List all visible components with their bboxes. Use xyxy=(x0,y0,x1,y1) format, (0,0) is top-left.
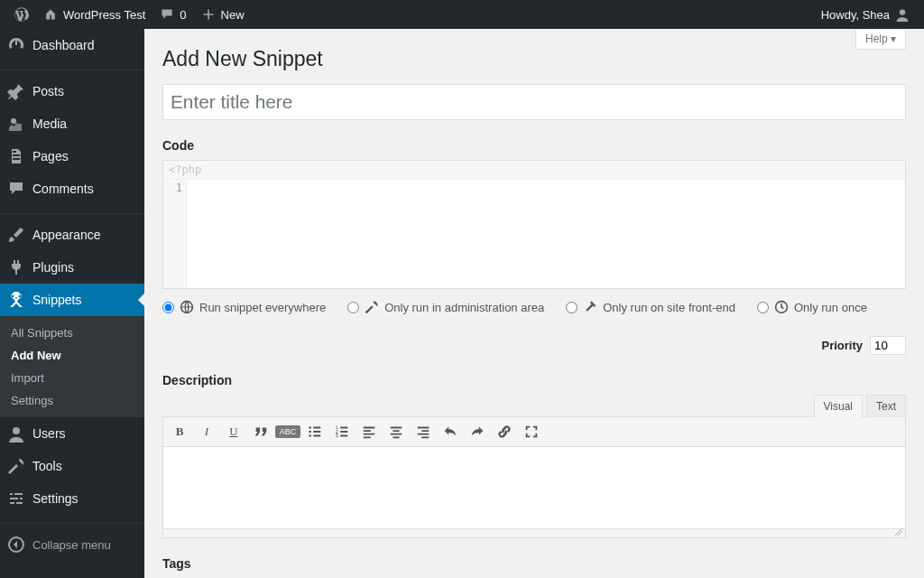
menu-plugins[interactable]: Plugins xyxy=(0,251,144,284)
comments-link[interactable]: 0 xyxy=(152,0,193,29)
site-name: WordPress Test xyxy=(63,8,145,22)
menu-appearance[interactable]: Appearance xyxy=(0,219,144,251)
clock-icon xyxy=(774,300,789,314)
wordpress-icon xyxy=(14,7,29,22)
menu-label: Media xyxy=(32,117,67,131)
page-title: Add New Snippet xyxy=(162,47,906,71)
undo-icon xyxy=(442,424,458,440)
user-icon xyxy=(7,424,25,443)
admin-menu: Dashboard Posts Media Pages Comments App… xyxy=(0,29,144,578)
code-gutter: 1 xyxy=(163,180,187,288)
comment-icon xyxy=(160,7,174,22)
scope-everywhere[interactable]: Run snippet everywhere xyxy=(162,300,326,314)
tab-text[interactable]: Text xyxy=(866,395,906,417)
menu-label: Pages xyxy=(32,149,69,163)
menu-label: Appearance xyxy=(32,228,101,242)
description-editor: B I U ABC 123 xyxy=(162,416,906,538)
collapse-menu[interactable]: Collapse menu xyxy=(0,528,144,561)
collapse-label: Collapse menu xyxy=(32,538,111,552)
menu-comments[interactable]: Comments xyxy=(0,172,144,205)
bullet-list-button[interactable] xyxy=(302,419,328,444)
code-textarea[interactable] xyxy=(187,180,905,288)
comment-icon xyxy=(7,180,25,198)
snippet-title-input[interactable] xyxy=(162,84,906,120)
tab-visual[interactable]: Visual xyxy=(814,395,863,417)
scope-frontend-radio[interactable] xyxy=(566,302,578,313)
svg-point-2 xyxy=(13,427,20,434)
menu-posts[interactable]: Posts xyxy=(0,75,144,107)
menu-pages[interactable]: Pages xyxy=(0,140,144,172)
scope-label: Only run on site front-end xyxy=(603,301,735,314)
strikethrough-button[interactable]: ABC xyxy=(275,425,300,438)
wrench-icon xyxy=(7,457,25,475)
new-content-link[interactable]: New xyxy=(194,0,252,29)
account-link[interactable]: Howdy, Shea xyxy=(814,0,917,29)
scope-once[interactable]: Only run once xyxy=(757,300,867,314)
submenu-all-snippets[interactable]: All Snippets xyxy=(0,322,144,344)
hammer-icon xyxy=(583,300,597,314)
site-link[interactable]: WordPress Test xyxy=(36,0,152,29)
align-left-button[interactable] xyxy=(356,419,382,444)
align-right-button[interactable] xyxy=(411,419,436,444)
admin-bar: WordPress Test 0 New Howdy, Shea xyxy=(0,0,924,29)
scope-label: Only run once xyxy=(794,301,867,314)
pin-icon xyxy=(7,82,25,100)
redo-button[interactable] xyxy=(465,419,490,444)
comments-count: 0 xyxy=(180,8,186,22)
fullscreen-button[interactable] xyxy=(519,419,544,444)
submenu-add-new[interactable]: Add New xyxy=(0,344,144,367)
scope-row: Run snippet everywhere Only run in admin… xyxy=(162,300,906,355)
wp-logo[interactable] xyxy=(7,0,36,29)
media-icon xyxy=(7,115,25,133)
bold-button[interactable]: B xyxy=(167,419,192,444)
scope-admin[interactable]: Only run in administration area xyxy=(347,300,544,314)
italic-button[interactable]: I xyxy=(194,419,219,444)
list-ol-icon: 123 xyxy=(334,424,350,440)
quote-button[interactable] xyxy=(248,419,273,444)
list-ul-icon xyxy=(307,424,323,440)
menu-label: Tools xyxy=(32,459,62,473)
menu-label: Comments xyxy=(32,182,94,196)
scope-everywhere-radio[interactable] xyxy=(162,302,174,313)
number-list-button[interactable]: 123 xyxy=(329,419,355,444)
scope-once-radio[interactable] xyxy=(757,302,769,313)
expand-icon xyxy=(523,424,540,440)
scope-label: Run snippet everywhere xyxy=(199,301,326,314)
priority-input[interactable] xyxy=(870,336,906,355)
svg-point-8 xyxy=(309,434,311,437)
menu-snippets[interactable]: Snippets xyxy=(0,284,144,316)
help-tab[interactable]: Help xyxy=(855,29,906,50)
menu-label: Dashboard xyxy=(32,38,95,52)
editor-toolbar: B I U ABC 123 xyxy=(163,417,905,447)
scope-admin-radio[interactable] xyxy=(347,302,359,313)
plug-icon xyxy=(7,258,25,276)
menu-settings[interactable]: Settings xyxy=(0,482,144,515)
align-center-icon xyxy=(388,424,404,440)
align-center-button[interactable] xyxy=(383,419,409,444)
description-textarea[interactable] xyxy=(163,447,905,528)
menu-media[interactable]: Media xyxy=(0,107,144,140)
globe-icon xyxy=(180,300,194,314)
editor-resize-handle[interactable] xyxy=(163,528,905,537)
submenu-import[interactable]: Import xyxy=(0,367,144,389)
code-prefix: <?php xyxy=(163,161,905,180)
page-body: Help Add New Snippet Code <?php 1 Run sn… xyxy=(144,29,924,578)
menu-users[interactable]: Users xyxy=(0,417,144,450)
dashboard-icon xyxy=(7,36,25,54)
scope-frontend[interactable]: Only run on site front-end xyxy=(566,300,735,314)
undo-button[interactable] xyxy=(438,419,463,444)
menu-tools[interactable]: Tools xyxy=(0,450,144,482)
menu-dashboard[interactable]: Dashboard xyxy=(0,29,144,61)
sliders-icon xyxy=(7,489,25,508)
svg-text:3: 3 xyxy=(336,433,338,438)
submenu-settings[interactable]: Settings xyxy=(0,389,144,412)
svg-point-0 xyxy=(900,9,905,14)
avatar-icon xyxy=(895,7,910,22)
snippets-submenu: All Snippets Add New Import Settings xyxy=(0,316,144,417)
align-left-icon xyxy=(361,424,377,440)
menu-label: Plugins xyxy=(32,260,74,275)
collapse-icon xyxy=(7,536,25,554)
underline-button[interactable]: U xyxy=(221,419,246,444)
svg-point-7 xyxy=(309,431,311,434)
link-button[interactable] xyxy=(492,419,517,444)
